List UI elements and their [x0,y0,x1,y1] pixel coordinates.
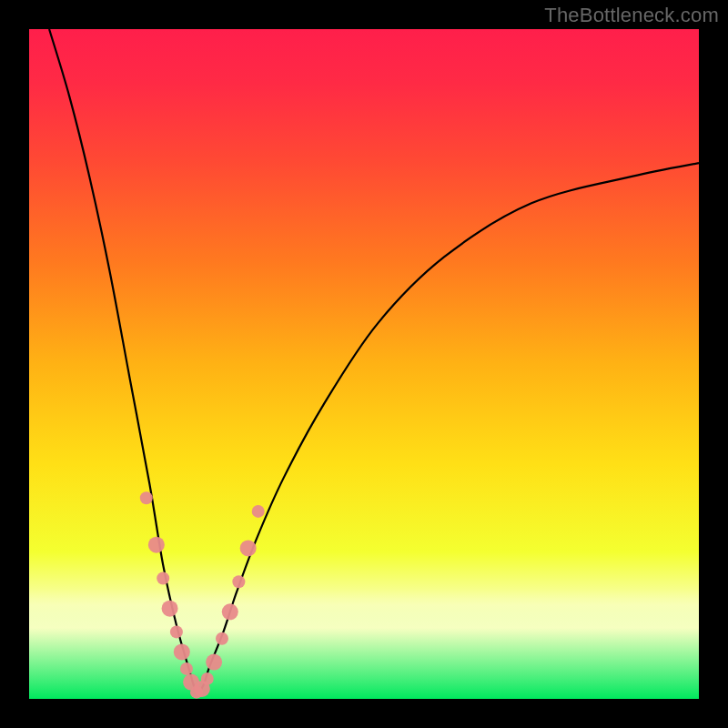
plot-bottom-accent [29,590,699,699]
marker-dot [240,540,257,556]
marker-dot [232,575,245,588]
marker-dot [180,662,193,675]
marker-dot [206,654,222,671]
watermark-text: TheBottleneck.com [544,4,719,27]
marker-dot [222,603,238,620]
chart-stage: TheBottleneck.com [0,0,728,728]
marker-dot [201,672,214,685]
marker-dot [216,632,228,645]
marker-dot [174,643,190,660]
bottleneck-chart [0,0,728,728]
marker-dot [148,537,165,553]
marker-dot [157,572,169,585]
marker-dot [252,505,265,518]
marker-dot [170,625,183,638]
marker-dot [162,601,178,617]
marker-dot [140,491,153,504]
